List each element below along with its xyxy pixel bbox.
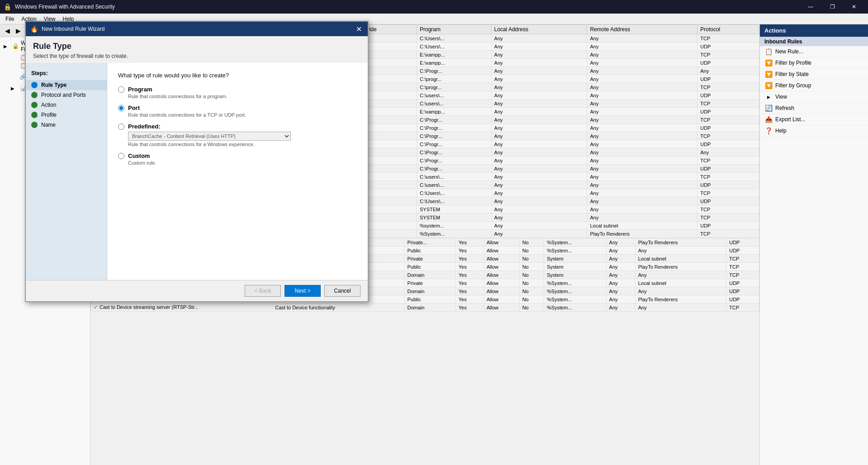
dialog-question: What type of rule would you like to crea… xyxy=(118,72,357,79)
radio-option-opt-program: ProgramRule that controls connections fo… xyxy=(118,86,357,99)
step-dot xyxy=(31,102,38,108)
radio-option-label: Program xyxy=(128,86,152,93)
dialog-body: Steps: Rule TypeProtocol and PortsAction… xyxy=(26,63,368,280)
dialog-heading: Rule Type xyxy=(26,36,368,53)
radio-desc-opt-port: Rule that controls connections for a TCP… xyxy=(128,112,357,118)
back-button[interactable]: < Back xyxy=(245,285,281,297)
step-item-action[interactable]: Action xyxy=(26,100,107,110)
radio-input-opt-predefined[interactable] xyxy=(118,123,124,130)
dialog-steps: Steps: Rule TypeProtocol and PortsAction… xyxy=(26,63,107,280)
radio-option-opt-predefined: Predefined:BranchCache - Content Retriev… xyxy=(118,123,357,147)
step-dot xyxy=(31,122,38,128)
step-label: Action xyxy=(41,102,56,108)
dialog-icon: 🔥 xyxy=(30,25,38,33)
step-item-name[interactable]: Name xyxy=(26,120,107,130)
radio-desc-opt-predefined: Rule that controls connections for a Win… xyxy=(128,142,357,147)
dialog-close-button[interactable]: ✕ xyxy=(354,24,363,33)
step-label: Rule Type xyxy=(41,82,66,88)
dialog-content: Rule Type Select the type of firewall ru… xyxy=(26,36,368,280)
dialog-main: What type of rule would you like to crea… xyxy=(107,63,368,280)
dialog-overlay: 🔥 New Inbound Rule Wizard ✕ Rule Type Se… xyxy=(0,0,868,465)
radio-option-label: Predefined: xyxy=(128,123,161,130)
radio-label-opt-predefined[interactable]: Predefined: xyxy=(118,123,357,130)
radio-input-opt-program[interactable] xyxy=(118,86,124,93)
dialog-description: Select the type of firewall rule to crea… xyxy=(26,53,368,63)
radio-group: ProgramRule that controls connections fo… xyxy=(118,86,357,171)
radio-option-label: Port xyxy=(128,104,140,111)
radio-input-opt-port[interactable] xyxy=(118,105,124,111)
dialog-title: New Inbound Rule Wizard xyxy=(42,26,351,32)
step-item-rule-type[interactable]: Rule Type xyxy=(26,80,107,90)
radio-option-label: Custom xyxy=(128,152,150,159)
step-label: Protocol and Ports xyxy=(41,92,86,98)
radio-desc-opt-custom: Custom rule. xyxy=(128,160,357,166)
step-label: Name xyxy=(41,122,56,128)
step-dot xyxy=(31,112,38,118)
predefined-select[interactable]: BranchCache - Content Retrieval (Uses HT… xyxy=(128,132,291,141)
step-item-profile[interactable]: Profile xyxy=(26,110,107,120)
step-dot xyxy=(31,92,38,98)
radio-option-opt-port: PortRule that controls connections for a… xyxy=(118,104,357,118)
steps-label: Steps: xyxy=(26,70,107,80)
dialog-footer: < Back Next > Cancel xyxy=(26,280,368,301)
next-button[interactable]: Next > xyxy=(285,285,321,297)
radio-input-opt-custom[interactable] xyxy=(118,153,124,159)
dialog-titlebar: 🔥 New Inbound Rule Wizard ✕ xyxy=(26,22,368,36)
steps-container: Rule TypeProtocol and PortsActionProfile… xyxy=(26,80,107,130)
radio-label-opt-program[interactable]: Program xyxy=(118,86,357,93)
cancel-button[interactable]: Cancel xyxy=(324,285,360,297)
radio-label-opt-custom[interactable]: Custom xyxy=(118,152,357,159)
radio-label-opt-port[interactable]: Port xyxy=(118,104,357,111)
step-item-protocol-and-ports[interactable]: Protocol and Ports xyxy=(26,90,107,100)
step-dot xyxy=(31,82,38,88)
radio-desc-opt-program: Rule that controls connections for a pro… xyxy=(128,94,357,99)
step-label: Profile xyxy=(41,112,57,118)
new-rule-dialog: 🔥 New Inbound Rule Wizard ✕ Rule Type Se… xyxy=(25,21,369,302)
radio-option-opt-custom: CustomCustom rule. xyxy=(118,152,357,166)
